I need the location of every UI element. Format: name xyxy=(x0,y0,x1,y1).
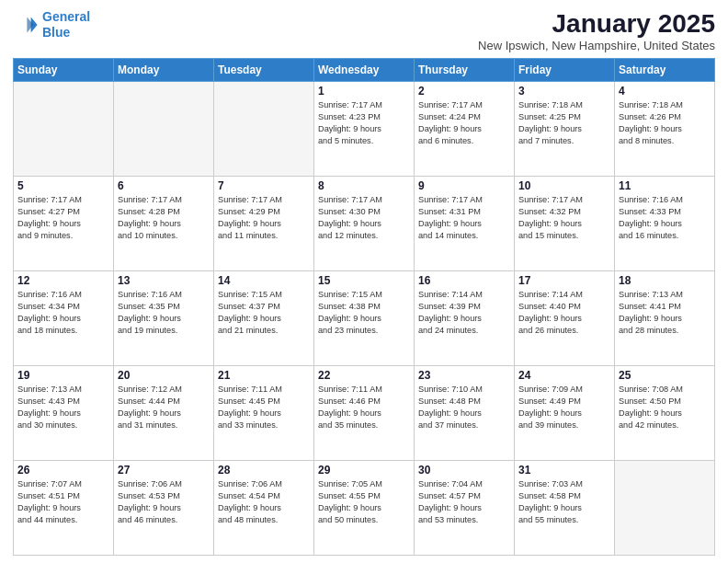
day-number: 18 xyxy=(619,274,711,287)
cell-content: Sunrise: 7:17 AMSunset: 4:28 PMDaylight:… xyxy=(118,194,210,242)
calendar-cell: 5Sunrise: 7:17 AMSunset: 4:27 PMDaylight… xyxy=(14,177,114,271)
calendar-cell: 9Sunrise: 7:17 AMSunset: 4:31 PMDaylight… xyxy=(415,177,515,271)
day-number: 31 xyxy=(518,464,610,477)
calendar-week-row: 12Sunrise: 7:16 AMSunset: 4:34 PMDayligh… xyxy=(14,271,715,366)
calendar-cell: 10Sunrise: 7:17 AMSunset: 4:32 PMDayligh… xyxy=(515,177,615,271)
day-header-saturday: Saturday xyxy=(615,59,715,82)
cell-content: Sunrise: 7:11 AMSunset: 4:46 PMDaylight:… xyxy=(318,384,410,431)
calendar-header-row: SundayMondayTuesdayWednesdayThursdayFrid… xyxy=(14,59,715,82)
calendar-cell: 24Sunrise: 7:09 AMSunset: 4:49 PMDayligh… xyxy=(515,366,615,461)
cell-content: Sunrise: 7:17 AMSunset: 4:32 PMDaylight:… xyxy=(518,194,610,242)
cell-content: Sunrise: 7:17 AMSunset: 4:27 PMDaylight:… xyxy=(17,194,109,242)
calendar-week-row: 19Sunrise: 7:13 AMSunset: 4:43 PMDayligh… xyxy=(14,366,715,461)
day-header-sunday: Sunday xyxy=(14,59,114,82)
cell-content: Sunrise: 7:03 AMSunset: 4:58 PMDaylight:… xyxy=(518,478,610,526)
calendar-cell: 1Sunrise: 7:17 AMSunset: 4:23 PMDaylight… xyxy=(314,82,415,177)
day-number: 9 xyxy=(418,179,510,192)
cell-content: Sunrise: 7:13 AMSunset: 4:43 PMDaylight:… xyxy=(17,384,109,431)
day-number: 7 xyxy=(218,179,310,192)
day-number: 5 xyxy=(17,179,109,192)
calendar-cell: 17Sunrise: 7:14 AMSunset: 4:40 PMDayligh… xyxy=(515,271,615,366)
calendar-week-row: 5Sunrise: 7:17 AMSunset: 4:27 PMDaylight… xyxy=(14,177,715,271)
calendar-cell: 16Sunrise: 7:14 AMSunset: 4:39 PMDayligh… xyxy=(415,271,515,366)
calendar-cell: 8Sunrise: 7:17 AMSunset: 4:30 PMDaylight… xyxy=(314,177,415,271)
calendar-cell xyxy=(615,461,715,556)
calendar-cell: 26Sunrise: 7:07 AMSunset: 4:51 PMDayligh… xyxy=(14,461,114,556)
calendar-cell: 18Sunrise: 7:13 AMSunset: 4:41 PMDayligh… xyxy=(615,271,715,366)
cell-content: Sunrise: 7:06 AMSunset: 4:54 PMDaylight:… xyxy=(218,478,310,526)
day-number: 16 xyxy=(418,274,510,287)
day-header-thursday: Thursday xyxy=(415,59,515,82)
calendar-week-row: 1Sunrise: 7:17 AMSunset: 4:23 PMDaylight… xyxy=(14,82,715,177)
cell-content: Sunrise: 7:06 AMSunset: 4:53 PMDaylight:… xyxy=(118,478,210,526)
day-number: 12 xyxy=(17,274,109,287)
month-title: January 2025 xyxy=(478,9,715,39)
cell-content: Sunrise: 7:14 AMSunset: 4:40 PMDaylight:… xyxy=(518,289,610,337)
logo-icon xyxy=(13,12,39,38)
day-number: 29 xyxy=(318,464,410,477)
day-number: 13 xyxy=(118,274,210,287)
calendar-cell: 4Sunrise: 7:18 AMSunset: 4:26 PMDaylight… xyxy=(615,82,715,177)
calendar-cell: 22Sunrise: 7:11 AMSunset: 4:46 PMDayligh… xyxy=(314,366,415,461)
cell-content: Sunrise: 7:08 AMSunset: 4:50 PMDaylight:… xyxy=(619,384,711,431)
calendar-week-row: 26Sunrise: 7:07 AMSunset: 4:51 PMDayligh… xyxy=(14,461,715,556)
cell-content: Sunrise: 7:09 AMSunset: 4:49 PMDaylight:… xyxy=(518,384,610,431)
calendar-cell: 27Sunrise: 7:06 AMSunset: 4:53 PMDayligh… xyxy=(114,461,214,556)
day-number: 1 xyxy=(318,85,410,98)
calendar-cell xyxy=(214,82,314,177)
day-number: 25 xyxy=(619,369,711,382)
day-number: 21 xyxy=(218,369,310,382)
calendar-cell: 31Sunrise: 7:03 AMSunset: 4:58 PMDayligh… xyxy=(515,461,615,556)
calendar-cell: 11Sunrise: 7:16 AMSunset: 4:33 PMDayligh… xyxy=(615,177,715,271)
cell-content: Sunrise: 7:14 AMSunset: 4:39 PMDaylight:… xyxy=(418,289,510,337)
day-number: 10 xyxy=(518,179,610,192)
cell-content: Sunrise: 7:13 AMSunset: 4:41 PMDaylight:… xyxy=(619,289,711,337)
cell-content: Sunrise: 7:18 AMSunset: 4:26 PMDaylight:… xyxy=(619,99,711,147)
logo-line2: Blue xyxy=(42,25,70,40)
cell-content: Sunrise: 7:15 AMSunset: 4:38 PMDaylight:… xyxy=(318,289,410,337)
cell-content: Sunrise: 7:15 AMSunset: 4:37 PMDaylight:… xyxy=(218,289,310,337)
cell-content: Sunrise: 7:17 AMSunset: 4:30 PMDaylight:… xyxy=(318,194,410,242)
cell-content: Sunrise: 7:10 AMSunset: 4:48 PMDaylight:… xyxy=(418,384,510,431)
day-header-friday: Friday xyxy=(515,59,615,82)
calendar-cell: 23Sunrise: 7:10 AMSunset: 4:48 PMDayligh… xyxy=(415,366,515,461)
calendar-cell: 3Sunrise: 7:18 AMSunset: 4:25 PMDaylight… xyxy=(515,82,615,177)
cell-content: Sunrise: 7:18 AMSunset: 4:25 PMDaylight:… xyxy=(518,99,610,147)
page-header: General Blue January 2025 New Ipswich, N… xyxy=(13,9,715,52)
location: New Ipswich, New Hampshire, United State… xyxy=(478,39,715,52)
day-number: 3 xyxy=(518,85,610,98)
day-number: 22 xyxy=(318,369,410,382)
day-number: 19 xyxy=(17,369,109,382)
day-number: 15 xyxy=(318,274,410,287)
calendar-cell: 25Sunrise: 7:08 AMSunset: 4:50 PMDayligh… xyxy=(615,366,715,461)
logo-text: General Blue xyxy=(42,9,90,40)
cell-content: Sunrise: 7:17 AMSunset: 4:24 PMDaylight:… xyxy=(418,99,510,147)
day-number: 8 xyxy=(318,179,410,192)
day-number: 2 xyxy=(418,85,510,98)
day-number: 14 xyxy=(218,274,310,287)
day-number: 11 xyxy=(619,179,711,192)
day-number: 17 xyxy=(518,274,610,287)
cell-content: Sunrise: 7:16 AMSunset: 4:34 PMDaylight:… xyxy=(17,289,109,337)
calendar-cell: 19Sunrise: 7:13 AMSunset: 4:43 PMDayligh… xyxy=(14,366,114,461)
cell-content: Sunrise: 7:16 AMSunset: 4:33 PMDaylight:… xyxy=(619,194,711,242)
calendar-table: SundayMondayTuesdayWednesdayThursdayFrid… xyxy=(13,58,715,556)
calendar-cell: 21Sunrise: 7:11 AMSunset: 4:45 PMDayligh… xyxy=(214,366,314,461)
cell-content: Sunrise: 7:12 AMSunset: 4:44 PMDaylight:… xyxy=(118,384,210,431)
calendar-cell: 12Sunrise: 7:16 AMSunset: 4:34 PMDayligh… xyxy=(14,271,114,366)
calendar-cell: 13Sunrise: 7:16 AMSunset: 4:35 PMDayligh… xyxy=(114,271,214,366)
logo-line1: General xyxy=(42,9,90,24)
cell-content: Sunrise: 7:17 AMSunset: 4:31 PMDaylight:… xyxy=(418,194,510,242)
day-header-tuesday: Tuesday xyxy=(214,59,314,82)
calendar-cell: 7Sunrise: 7:17 AMSunset: 4:29 PMDaylight… xyxy=(214,177,314,271)
day-number: 24 xyxy=(518,369,610,382)
day-number: 23 xyxy=(418,369,510,382)
day-number: 26 xyxy=(17,464,109,477)
day-header-wednesday: Wednesday xyxy=(314,59,415,82)
calendar-page: General Blue January 2025 New Ipswich, N… xyxy=(0,0,728,563)
cell-content: Sunrise: 7:11 AMSunset: 4:45 PMDaylight:… xyxy=(218,384,310,431)
day-number: 27 xyxy=(118,464,210,477)
logo: General Blue xyxy=(13,9,90,40)
cell-content: Sunrise: 7:16 AMSunset: 4:35 PMDaylight:… xyxy=(118,289,210,337)
day-header-monday: Monday xyxy=(114,59,214,82)
